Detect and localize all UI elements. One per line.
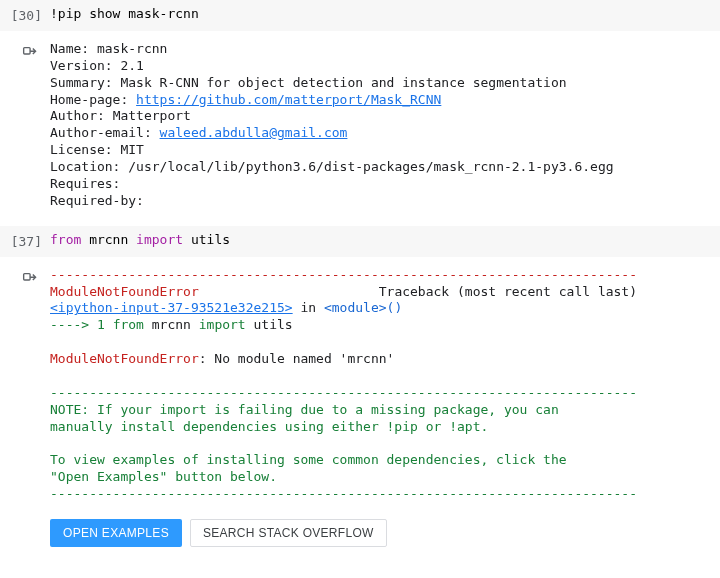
tb-arrow-sym: utils [246,317,293,332]
code-cell-1-input: [30] !pip show mask-rcnn [0,0,720,31]
out-name: mask-rcnn [97,41,167,56]
search-stack-overflow-button[interactable]: SEARCH STACK OVERFLOW [190,519,387,547]
tb-module: <module> [324,300,387,315]
open-examples-button[interactable]: OPEN EXAMPLES [50,519,182,547]
code-cell-1-output: Name: mask-rcnn Version: 2.1 Summary: Ma… [0,31,720,226]
tok-sym: utils [183,232,230,247]
svg-rect-0 [24,47,30,53]
tb-note-3: To view examples of installing some comm… [50,452,567,467]
out-location: /usr/local/lib/python3.6/dist-packages/m… [128,159,613,174]
tb-parens: () [387,300,403,315]
author-email-link[interactable]: waleed.abdulla@gmail.com [160,125,348,140]
tb-error-msg: : No module named 'mrcnn' [199,351,395,366]
out-version-label: Version: [50,58,120,73]
tb-frame-file-link[interactable]: <ipython-input-37-93521e32e215> [50,300,293,315]
output-arrow-icon [20,269,42,291]
out-summary-label: Summary: [50,75,120,90]
out-license-label: License: [50,142,120,157]
code-cell-2-output: ----------------------------------------… [0,257,720,563]
code-1[interactable]: !pip show mask-rcnn [50,6,720,25]
out-location-label: Location: [50,159,128,174]
tb-dashes-3: ----------------------------------------… [50,486,637,501]
output-indicator-1 [0,41,50,210]
tb-error-name-2: ModuleNotFoundError [50,351,199,366]
out-version: 2.1 [120,58,143,73]
out-author: Matterport [113,108,191,123]
exec-count-1[interactable]: [30] [0,6,50,25]
tb-dashes-1: ----------------------------------------… [50,267,637,282]
code-2[interactable]: from mrcnn import utils [50,232,720,251]
code-1-text: !pip show mask-rcnn [50,6,199,21]
out-summary: Mask R-CNN for object detection and inst… [120,75,566,90]
traceback: ----------------------------------------… [50,267,720,547]
tb-arrow-pkg: mrcnn [144,317,199,332]
out-home-label: Home-page: [50,92,136,107]
kw-import: import [136,232,183,247]
tb-note-1: NOTE: If your import is failing due to a… [50,402,559,417]
tb-note-4: "Open Examples" button below. [50,469,277,484]
kw-from: from [50,232,81,247]
code-cell-2-input: [37] from mrcnn import utils [0,226,720,257]
tok-pkg: mrcnn [81,232,136,247]
out-requiredby-label: Required-by: [50,193,144,208]
tb-dashes-2: ----------------------------------------… [50,385,637,400]
out-authoremail-label: Author-email: [50,125,160,140]
out-author-label: Author: [50,108,113,123]
tb-error-tail: Traceback (most recent call last) [199,284,637,299]
out-name-label: Name: [50,41,97,56]
out-license: MIT [120,142,143,157]
tb-arrow: ----> 1 [50,317,113,332]
output-arrow-icon [20,43,42,65]
out-requires-label: Requires: [50,176,128,191]
exec-count-2[interactable]: [37] [0,232,50,251]
tb-error-name: ModuleNotFoundError [50,284,199,299]
output-1-text: Name: mask-rcnn Version: 2.1 Summary: Ma… [50,41,720,210]
tb-note-2: manually install dependencies using eith… [50,419,488,434]
svg-rect-1 [24,273,30,279]
tb-arrow-from: from [113,317,144,332]
tb-in: in [293,300,324,315]
home-page-link[interactable]: https://github.com/matterport/Mask_RCNN [136,92,441,107]
output-indicator-2 [0,267,50,547]
tb-arrow-import: import [199,317,246,332]
error-action-buttons: OPEN EXAMPLESSEARCH STACK OVERFLOW [50,519,708,547]
